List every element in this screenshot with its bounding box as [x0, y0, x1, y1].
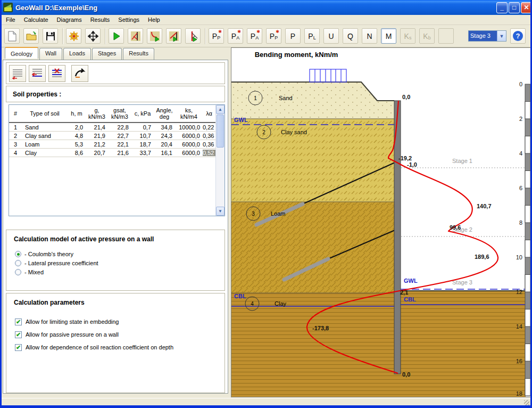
- bending-moment-diagram: Bending moment, kNm/m: [231, 48, 531, 397]
- active-pressure-pp-star-button[interactable]: PP ✱: [209, 28, 224, 44]
- resize-grip-icon[interactable]: [524, 400, 529, 405]
- scroll-down-icon[interactable]: ▼: [216, 207, 225, 216]
- moment-top: 0,0: [402, 94, 410, 100]
- svg-text:2: 2: [262, 129, 265, 135]
- help-button[interactable]: ?: [510, 28, 526, 44]
- menu-help[interactable]: Help: [144, 15, 164, 24]
- menu-diagrams[interactable]: Diagrams: [53, 15, 86, 24]
- selected-cell[interactable]: 0,52: [203, 150, 215, 156]
- moment-bottom: 0,0: [402, 371, 410, 378]
- checkbox-soil-reaction-depth[interactable]: ✔ Allow for dependence of soil reaction …: [15, 344, 173, 351]
- new-button[interactable]: [4, 28, 20, 44]
- menu-file[interactable]: File: [2, 15, 20, 24]
- diagram-m-button[interactable]: M: [381, 28, 396, 44]
- table-scrollbar[interactable]: ▲ ▼: [215, 105, 225, 216]
- svg-text:12: 12: [516, 289, 522, 295]
- close-button[interactable]: ✕: [521, 2, 532, 13]
- star-icon: ✱: [256, 29, 260, 34]
- diagram-n-button[interactable]: N: [362, 28, 377, 44]
- table-row[interactable]: 2Clay sand 4,821,9 22,710,7 24,36000,0 0…: [9, 132, 215, 140]
- diagram-canvas[interactable]: Bending moment, kNm/m: [231, 47, 531, 397]
- star-icon: ✱: [237, 29, 241, 34]
- active-pressure-pa-star-button[interactable]: PA ✱: [228, 28, 243, 44]
- radio-icon[interactable]: [15, 260, 21, 266]
- svg-text:8: 8: [519, 219, 522, 226]
- svg-text:2: 2: [519, 116, 522, 122]
- moment-max2: 189,6: [475, 254, 489, 260]
- forces-diagram-icon: [188, 31, 198, 42]
- scroll-up-icon[interactable]: ▲: [216, 105, 225, 114]
- diagram-pl-button[interactable]: PL: [304, 28, 320, 44]
- svg-text:0: 0: [519, 81, 522, 87]
- maximize-button[interactable]: □: [509, 2, 520, 13]
- menu-results[interactable]: Results: [86, 15, 114, 24]
- run-calculation-button[interactable]: [109, 28, 124, 44]
- diagram-q-button[interactable]: Q: [343, 28, 358, 44]
- svg-text:10: 10: [516, 254, 522, 260]
- diagram-u-button[interactable]: U: [323, 28, 339, 44]
- radio-icon[interactable]: [15, 269, 21, 275]
- radio-mixed[interactable]: - Mixed: [15, 268, 44, 276]
- menu-bar: File Calculate Diagrams Results Settings…: [2, 15, 530, 25]
- open-folder-icon: [26, 31, 37, 41]
- radio-icon[interactable]: [15, 251, 21, 257]
- layer4-name: Clay: [275, 300, 287, 307]
- stage1-label: Stage 1: [452, 158, 472, 164]
- window-border: [0, 405, 532, 408]
- diagram-p-button[interactable]: P: [285, 28, 301, 44]
- col-header-lambda: λα: [203, 110, 215, 117]
- calc-params-box: Calculation parameters ✔ Allow for limit…: [6, 293, 225, 393]
- tab-stages[interactable]: Stages: [92, 48, 122, 60]
- soil-table: # Type of soil h, m g,kN/m3 gsat,kN/m3 c…: [9, 104, 225, 216]
- diagram-wall-button[interactable]: [128, 28, 143, 44]
- chevron-down-icon[interactable]: ▼: [497, 31, 506, 41]
- radio-lateral-pressure[interactable]: - Lateral pressure coefficient: [15, 259, 98, 267]
- col-header-g: g,kN/m3: [86, 107, 108, 120]
- save-button[interactable]: [43, 28, 58, 44]
- title-bar: GeoWall D:\Exemple\Eng _ □ ✕: [0, 0, 532, 15]
- move-button[interactable]: [85, 28, 101, 44]
- settings-gear-button[interactable]: [66, 28, 81, 44]
- pressure-pp-star-button[interactable]: PP ✱: [266, 28, 281, 44]
- scrollbar-thumb[interactable]: [217, 115, 224, 148]
- menu-calculate[interactable]: Calculate: [20, 15, 53, 24]
- insert-layer-button[interactable]: [29, 65, 46, 82]
- status-bar: [2, 398, 530, 405]
- pressure-pa-star-button[interactable]: PA ✱: [247, 28, 262, 44]
- diagram-forces-button[interactable]: [185, 28, 201, 44]
- table-row[interactable]: 3Loam 5,321,2 22,118,7 20,46000,0 0,36: [9, 140, 215, 149]
- checkbox-icon[interactable]: ✔: [15, 331, 22, 338]
- tab-wall[interactable]: Wall: [39, 48, 62, 60]
- delete-layer-button[interactable]: [48, 65, 65, 82]
- undo-button[interactable]: [71, 65, 88, 82]
- stage-select[interactable]: Stage 3 ▼: [468, 30, 506, 42]
- checkbox-icon[interactable]: ✔: [15, 319, 22, 325]
- help-icon: ?: [513, 31, 523, 41]
- checkbox-limiting-state[interactable]: ✔ Allow for limiting state in embedding: [15, 318, 119, 325]
- table-row[interactable]: 1Sand 2,021,4 22,80,7 34,810000,0 0,22: [9, 123, 215, 132]
- diagram-pressure-button[interactable]: [147, 28, 162, 44]
- tab-geology[interactable]: Geology: [5, 47, 38, 59]
- col-header-ks: ks,kN/m4: [175, 107, 203, 120]
- tab-loads[interactable]: Loads: [63, 48, 91, 60]
- minimize-button[interactable]: _: [496, 2, 508, 13]
- table-row[interactable]: 4Clay 8,620,7 21,633,7 16,16000,0 0,52: [9, 149, 215, 157]
- surcharge-load: [310, 69, 346, 82]
- app-icon: [3, 3, 13, 12]
- soil-properties-label: Soil properties :: [13, 91, 61, 98]
- tab-results[interactable]: Results: [123, 48, 154, 60]
- open-button[interactable]: [23, 28, 39, 44]
- main-toolbar: PP ✱ PA ✱ PA ✱ PP ✱ P PL U Q N M: [2, 25, 530, 47]
- radio-coulombs-theory[interactable]: - Coulomb's theory: [15, 250, 73, 258]
- new-file-icon: [7, 31, 17, 42]
- svg-text:4: 4: [519, 150, 522, 157]
- col-header-type: Type of soil: [22, 110, 68, 117]
- diagram-displacement-button[interactable]: [166, 28, 181, 44]
- blank-button: [438, 28, 454, 44]
- curved-arrow-icon: [74, 68, 86, 79]
- toolbar-separator: [105, 28, 106, 44]
- checkbox-icon[interactable]: ✔: [15, 344, 22, 351]
- checkbox-passive-pressure[interactable]: ✔ Allow for passive pressure on a wall: [15, 331, 119, 338]
- menu-settings[interactable]: Settings: [114, 15, 144, 24]
- add-layer-button[interactable]: [9, 65, 26, 82]
